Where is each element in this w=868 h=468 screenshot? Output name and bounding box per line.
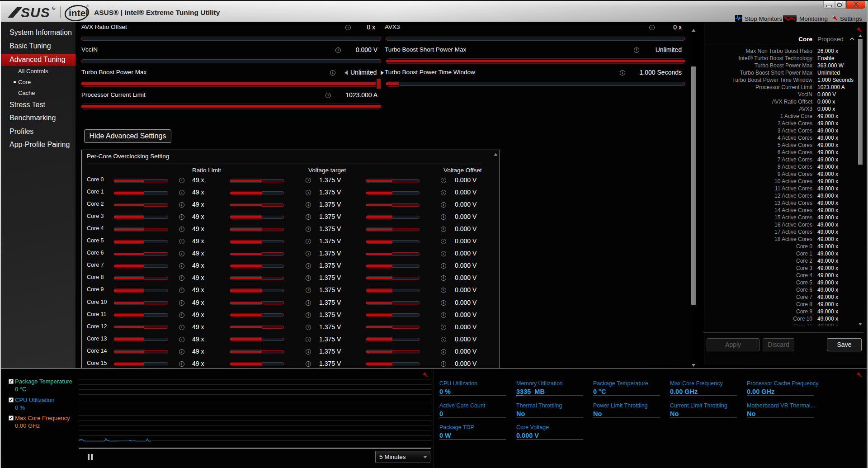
svg-text:®: ® xyxy=(86,5,89,8)
svg-text:intel: intel xyxy=(69,8,88,18)
svg-text:R: R xyxy=(53,7,55,10)
svg-text:SUS: SUS xyxy=(21,5,50,19)
